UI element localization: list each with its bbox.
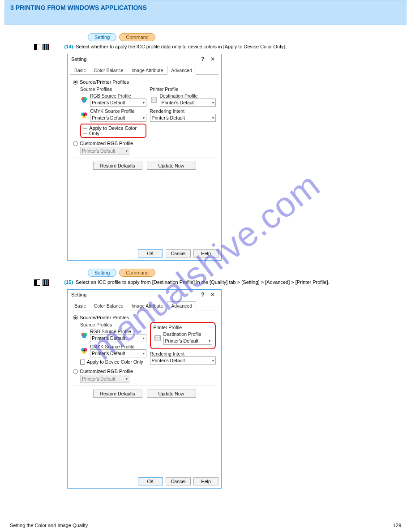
svg-point-16 xyxy=(83,350,85,352)
help-footer-button[interactable]: Help xyxy=(193,249,218,257)
step-14-text: Select whether to apply the ICC profile … xyxy=(76,44,411,49)
printer-icon xyxy=(150,96,158,104)
help-button[interactable]: ? xyxy=(198,56,208,62)
radio-custom-rgb[interactable]: Customized RGB Profile xyxy=(73,141,216,146)
chevron-down-icon: ▾ xyxy=(126,149,128,153)
source-profiles-group: Source Profiles RGB Source Profile Print… xyxy=(80,322,146,366)
radio-icon xyxy=(73,369,78,374)
step-icons xyxy=(34,44,49,51)
tab-advanced[interactable]: Advanced xyxy=(167,66,196,75)
rgb-source-label: RGB Source Profile xyxy=(90,93,146,99)
ok-button[interactable]: OK xyxy=(138,249,163,257)
step-15-text: Select an ICC profile to apply from [Des… xyxy=(76,279,411,285)
chevron-down-icon: ▾ xyxy=(209,339,210,343)
update-now-button[interactable]: Update Now xyxy=(147,390,196,398)
radio-icon xyxy=(73,315,78,320)
chevron-down-icon: ▾ xyxy=(143,101,145,105)
cmyk-source-label: CMYK Source Profile xyxy=(90,108,146,114)
radio-label: Source/Printer Profiles xyxy=(80,315,129,320)
radio-source-printer[interactable]: Source/Printer Profiles xyxy=(73,79,216,85)
radio-custom-rgb[interactable]: Customized RGB Profile xyxy=(73,369,216,374)
cmyk-circles-icon xyxy=(80,111,88,119)
tab-image-attribute[interactable]: Image Attribute xyxy=(128,301,167,310)
rgb-source-dropdown[interactable]: Printer's Default ▾ xyxy=(90,334,146,342)
rgb-source-dropdown[interactable]: Printer's Default ▾ xyxy=(90,99,146,107)
destination-profile-label: Destination Profile xyxy=(163,331,213,337)
step-15-pills: Setting Command xyxy=(88,269,411,277)
separator xyxy=(73,386,216,386)
tab-advanced[interactable]: Advanced xyxy=(167,301,196,310)
destination-profile-value: Printer's Default xyxy=(165,338,198,343)
page-header: 3 PRINTING FROM WINDOWS APPLICATIONS xyxy=(4,0,407,25)
svg-rect-9 xyxy=(152,100,156,102)
cmyk-source-dropdown[interactable]: Printer's Default ▾ xyxy=(90,349,146,357)
printer-profile-title: Printer Profile xyxy=(154,325,213,330)
profiles-columns: Source Profiles RGB Source Profile Print… xyxy=(80,86,216,138)
rendering-intent-dropdown[interactable]: Printer's Default ▾ xyxy=(150,356,216,365)
rendering-intent-dropdown[interactable]: Printer's Default ▾ xyxy=(150,114,216,122)
tabbar: Basic Color Balance Image Attribute Adva… xyxy=(70,301,218,310)
close-button[interactable]: ✕ xyxy=(208,292,218,298)
dialog-title: Setting xyxy=(71,292,198,297)
dialog-title: Setting xyxy=(71,56,198,62)
page-number: 129 xyxy=(393,523,401,528)
destination-profile-label: Destination Profile xyxy=(160,93,216,99)
cmyk-source-value: Printer's Default xyxy=(92,115,125,120)
rgb-source-value: Printer's Default xyxy=(92,335,125,341)
chapter-title: 3 PRINTING FROM WINDOWS APPLICATIONS xyxy=(10,4,401,11)
custom-rgb-dropdown: Printer's Default ▾ xyxy=(80,375,129,383)
color-stripes-icon xyxy=(43,44,49,50)
help-button[interactable]: ? xyxy=(198,292,208,298)
rgb-source-field: RGB Source Profile Printer's Default ▾ xyxy=(80,93,146,107)
tab-color-balance[interactable]: Color Balance xyxy=(90,66,128,75)
radio-label: Source/Printer Profiles xyxy=(80,79,129,85)
tab-color-balance[interactable]: Color Balance xyxy=(90,301,128,310)
button-bar: Restore Defaults Update Now xyxy=(73,162,216,170)
restore-defaults-button[interactable]: Restore Defaults xyxy=(93,162,142,170)
update-now-button[interactable]: Update Now xyxy=(147,162,196,170)
destination-profile-dropdown[interactable]: Printer's Default ▾ xyxy=(160,99,216,107)
destination-profile-value: Printer's Default xyxy=(162,100,195,105)
radio-icon xyxy=(73,141,78,146)
tabbar: Basic Color Balance Image Attribute Adva… xyxy=(70,66,218,75)
chevron-down-icon: ▾ xyxy=(143,352,145,356)
apply-device-color-checkbox[interactable] xyxy=(80,360,85,365)
rgb-source-value: Printer's Default xyxy=(92,100,125,105)
cancel-button[interactable]: Cancel xyxy=(166,249,191,257)
radio-label: Customized RGB Profile xyxy=(80,141,133,146)
bw-square-icon xyxy=(34,279,40,286)
svg-point-12 xyxy=(82,334,86,338)
radio-source-printer[interactable]: Source/Printer Profiles xyxy=(73,315,216,320)
apply-device-color-highlight: Apply to Device Color Only xyxy=(80,124,146,138)
rendering-intent-field: Rendering Intent Printer's Default ▾ xyxy=(150,351,216,365)
radio-icon xyxy=(73,80,78,85)
pill-setting: Setting xyxy=(88,269,116,277)
cmyk-source-dropdown[interactable]: Printer's Default ▾ xyxy=(90,114,146,122)
svg-rect-8 xyxy=(152,98,156,99)
printer-profile-highlight: Printer Profile Destination Profile Prin… xyxy=(150,322,216,349)
titlebar: Setting ? ✕ xyxy=(68,54,221,64)
svg-rect-18 xyxy=(155,336,159,338)
step-15-number: (15) xyxy=(52,279,73,285)
ok-button[interactable]: OK xyxy=(138,477,163,485)
tab-image-attribute[interactable]: Image Attribute xyxy=(128,66,167,75)
destination-profile-field: Destination Profile Printer's Default ▾ xyxy=(154,331,213,345)
page-footer-left: Setting the Color and Image Quality xyxy=(10,523,88,528)
help-footer-button[interactable]: Help xyxy=(193,477,218,485)
setting-dialog-2: Setting ? ✕ Basic Color Balance Image At… xyxy=(67,289,222,489)
close-button[interactable]: ✕ xyxy=(208,56,218,62)
rgb-source-label: RGB Source Profile xyxy=(90,329,146,334)
destination-profile-field: Destination Profile Printer's Default ▾ xyxy=(150,93,216,107)
chevron-down-icon: ▾ xyxy=(212,101,214,105)
tab-basic[interactable]: Basic xyxy=(70,66,90,75)
destination-profile-dropdown[interactable]: Printer's Default ▾ xyxy=(163,337,213,345)
source-profiles-title: Source Profiles xyxy=(80,322,146,327)
chevron-down-icon: ▾ xyxy=(212,359,214,363)
apply-device-color-checkbox[interactable] xyxy=(83,129,87,133)
tab-basic[interactable]: Basic xyxy=(70,301,90,310)
restore-defaults-button[interactable]: Restore Defaults xyxy=(93,390,142,398)
rendering-intent-value: Printer's Default xyxy=(152,358,185,363)
rendering-intent-value: Printer's Default xyxy=(152,115,185,120)
apply-device-color-row[interactable]: Apply to Device Color Only xyxy=(80,359,146,365)
cancel-button[interactable]: Cancel xyxy=(166,477,191,485)
